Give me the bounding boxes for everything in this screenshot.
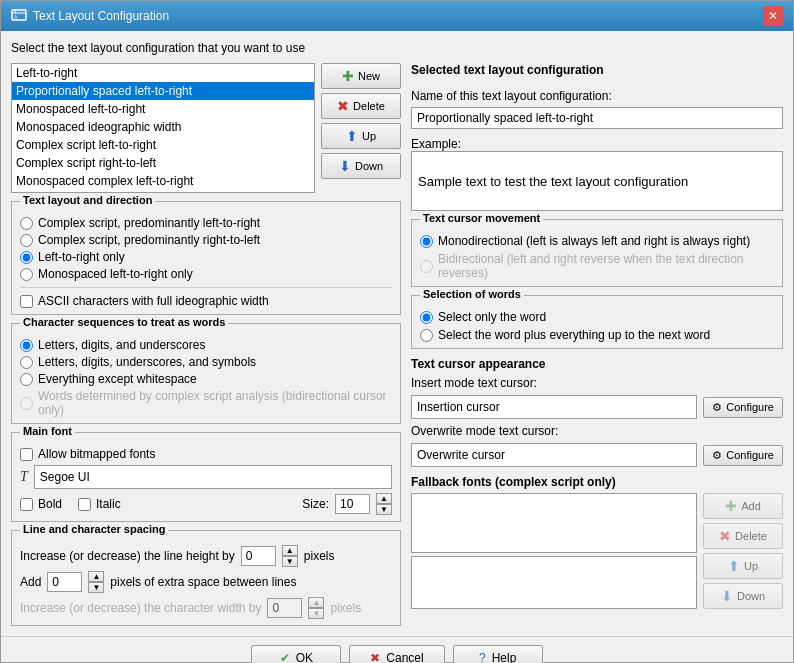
radio-letters-symbols-label: Letters, digits, underscores, and symbol…: [38, 355, 256, 369]
radio-complex-rtl[interactable]: Complex script, predominantly right-to-l…: [20, 233, 392, 247]
radio-complex-rtl-input[interactable]: [20, 234, 33, 247]
fallback-content: ✚ Add ✖ Delete ⬆ Up: [411, 493, 783, 609]
radio-letters-digits-under-input[interactable]: [20, 339, 33, 352]
radio-everything-ws-input[interactable]: [20, 373, 33, 386]
ascii-checkbox-input[interactable]: [20, 295, 33, 308]
extra-space-up[interactable]: ▲: [88, 571, 104, 582]
radio-letters-symbols[interactable]: Letters, digits, underscores, and symbol…: [20, 355, 392, 369]
list-item[interactable]: Complex script left-to-right: [12, 136, 314, 154]
radio-mono-ltr-input[interactable]: [20, 268, 33, 281]
extra-space-down[interactable]: ▼: [88, 582, 104, 593]
fallback-delete-button: ✖ Delete: [703, 523, 783, 549]
char-width-down: ▼: [308, 608, 324, 619]
extra-space-input[interactable]: [47, 572, 82, 592]
radio-select-word-plus[interactable]: Select the word plus everything up to th…: [420, 328, 774, 342]
radio-ltr-only-input[interactable]: [20, 251, 33, 264]
char-width-unit: pixels: [330, 601, 361, 615]
ascii-checkbox-label: ASCII characters with full ideographic w…: [38, 294, 269, 308]
font-select-row: T Segoe UI: [20, 465, 392, 489]
size-spinner: ▲ ▼: [376, 493, 392, 515]
radio-monodirectional-input[interactable]: [420, 235, 433, 248]
bold-checkbox-input[interactable]: [20, 498, 33, 511]
fallback-down-label: Down: [737, 590, 765, 602]
window-title: Text Layout Configuration: [33, 9, 169, 23]
overwrite-configure-button[interactable]: ⚙ Configure: [703, 445, 783, 466]
cancel-button[interactable]: ✖ Cancel: [349, 645, 444, 663]
size-down-button[interactable]: ▼: [376, 504, 392, 515]
overwrite-cursor-select[interactable]: Overwrite cursor: [411, 443, 697, 467]
radio-select-word[interactable]: Select only the word: [420, 310, 774, 324]
radio-ltr-only[interactable]: Left-to-right only: [20, 250, 392, 264]
config-name-input[interactable]: [411, 107, 783, 129]
fallback-add-button: ✚ Add: [703, 493, 783, 519]
radio-complex-ltr-input[interactable]: [20, 217, 33, 230]
italic-label: Italic: [96, 497, 121, 511]
list-item[interactable]: Monospaced complex right-to-left: [12, 190, 314, 193]
char-width-spinner: ▲ ▼: [308, 597, 324, 619]
bitmap-checkbox[interactable]: Allow bitmapped fonts: [20, 447, 392, 461]
italic-checkbox-input[interactable]: [78, 498, 91, 511]
example-box: Sample text to test the text layout conf…: [411, 151, 783, 211]
delete-button[interactable]: ✖ Delete: [321, 93, 401, 119]
list-item[interactable]: Monospaced left-to-right: [12, 100, 314, 118]
cursor-movement-options: Monodirectional (left is always left and…: [420, 234, 774, 280]
delete-icon: ✖: [337, 98, 349, 114]
radio-mono-ltr-label: Monospaced left-to-right only: [38, 267, 193, 281]
layout-list[interactable]: Left-to-right Proportionally spaced left…: [11, 63, 315, 193]
insert-configure-button[interactable]: ⚙ Configure: [703, 397, 783, 418]
bitmap-checkbox-input[interactable]: [20, 448, 33, 461]
size-label: Size:: [302, 497, 329, 511]
insert-cursor-select[interactable]: Insertion cursor: [411, 395, 697, 419]
main-font-options: Allow bitmapped fonts T Segoe UI Bold: [20, 447, 392, 515]
list-with-buttons: Left-to-right Proportionally spaced left…: [11, 63, 401, 193]
close-button[interactable]: ✕: [763, 6, 783, 26]
right-panel: Selected text layout configuration Name …: [411, 63, 783, 626]
font-icon: T: [20, 469, 28, 485]
list-item[interactable]: Monospaced ideographic width: [12, 118, 314, 136]
fallback-delete-icon: ✖: [719, 528, 731, 544]
size-input[interactable]: [335, 494, 370, 514]
list-item[interactable]: Left-to-right: [12, 64, 314, 82]
list-item[interactable]: Complex script right-to-left: [12, 154, 314, 172]
selection-words-section: Selection of words Select only the word …: [411, 295, 783, 349]
overwrite-cursor-label: Overwrite mode text cursor:: [411, 424, 783, 438]
char-sequences-section: Character sequences to treat as words Le…: [11, 323, 401, 424]
size-up-button[interactable]: ▲: [376, 493, 392, 504]
radio-letters-symbols-input[interactable]: [20, 356, 33, 369]
radio-monodirectional[interactable]: Monodirectional (left is always left and…: [420, 234, 774, 248]
ok-button[interactable]: ✔ OK: [251, 645, 341, 663]
down-button[interactable]: ⬇ Down: [321, 153, 401, 179]
line-height-input[interactable]: [241, 546, 276, 566]
radio-everything-ws[interactable]: Everything except whitespace: [20, 372, 392, 386]
bold-checkbox[interactable]: Bold: [20, 497, 62, 511]
up-button[interactable]: ⬆ Up: [321, 123, 401, 149]
config-name-section: Name of this text layout configuration:: [411, 89, 783, 129]
list-item[interactable]: Monospaced complex left-to-right: [12, 172, 314, 190]
italic-checkbox[interactable]: Italic: [78, 497, 121, 511]
radio-letters-digits-under[interactable]: Letters, digits, and underscores: [20, 338, 392, 352]
main-panels: Left-to-right Proportionally spaced left…: [11, 63, 783, 626]
radio-select-word-input[interactable]: [420, 311, 433, 324]
new-button[interactable]: ✚ New: [321, 63, 401, 89]
char-width-up: ▲: [308, 597, 324, 608]
ascii-checkbox[interactable]: ASCII characters with full ideographic w…: [20, 294, 392, 308]
line-height-up[interactable]: ▲: [282, 545, 298, 556]
radio-complex-ltr[interactable]: Complex script, predominantly left-to-ri…: [20, 216, 392, 230]
fallback-combo-list: [411, 493, 697, 609]
text-layout-options: Complex script, predominantly left-to-ri…: [20, 216, 392, 308]
radio-select-word-plus-input[interactable]: [420, 329, 433, 342]
line-height-down[interactable]: ▼: [282, 556, 298, 567]
font-select[interactable]: Segoe UI: [34, 465, 392, 489]
help-icon: ?: [479, 651, 486, 663]
fallback-combo[interactable]: [411, 493, 697, 553]
help-button[interactable]: ? Help: [453, 645, 543, 663]
radio-select-word-label: Select only the word: [438, 310, 546, 324]
char-width-label: Increase (or decrease) the character wid…: [20, 601, 261, 615]
fallback-title: Fallback fonts (complex script only): [411, 475, 783, 489]
radio-mono-ltr[interactable]: Monospaced left-to-right only: [20, 267, 392, 281]
line-height-row: Increase (or decrease) the line height b…: [20, 545, 392, 567]
fallback-list[interactable]: [411, 556, 697, 610]
fallback-section: Fallback fonts (complex script only) ✚ A…: [411, 475, 783, 609]
fallback-delete-label: Delete: [735, 530, 767, 542]
list-item-selected[interactable]: Proportionally spaced left-to-right: [12, 82, 314, 100]
